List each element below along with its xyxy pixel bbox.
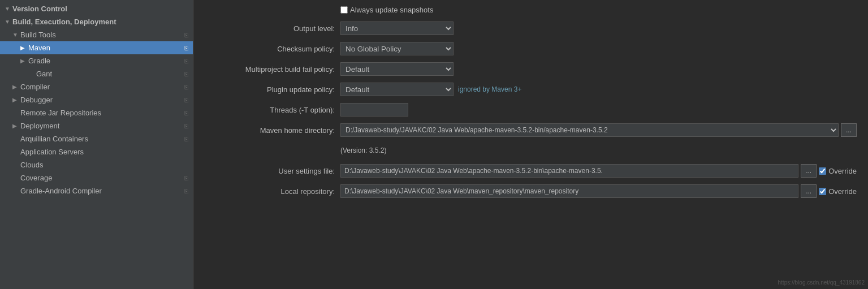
arrow-icon: ▶ (20, 58, 28, 64)
maven-version-row: (Version: 3.5.2) (205, 143, 857, 158)
sidebar-item-maven[interactable]: ▶ Maven ⎘ (0, 41, 193, 54)
user-settings-browse-button[interactable]: ... (801, 164, 817, 178)
local-repo-label: Local repository: (205, 187, 340, 196)
sidebar-item-label: Clouds (20, 161, 43, 169)
sidebar-item-clouds[interactable]: Clouds (0, 158, 193, 171)
local-repo-browse-button[interactable]: ... (801, 184, 817, 198)
watermark: https://blog.csdn.net/qq_43191862 (778, 279, 865, 286)
arrow-icon: ▼ (5, 19, 12, 25)
maven-version-note: (Version: 3.5.2) (340, 146, 386, 154)
plugin-update-select[interactable]: Default Force Suppress (340, 83, 454, 96)
output-level-row: Output level: Info Debug Quiet (205, 21, 857, 36)
sidebar-item-label: Gant (36, 70, 52, 78)
sidebar-item-label: Coverage (20, 174, 52, 182)
sidebar-item-label: Build, Execution, Deployment (12, 18, 116, 26)
multiproject-build-label: Multiproject build fail policy: (205, 65, 340, 74)
local-repo-control: D:\Javaweb-study\JAVAKC\02 Java Web\mave… (340, 184, 857, 198)
threads-row: Threads (-T option): (205, 102, 857, 117)
maven-home-control: D:/Javaweb-study/JAVAKC/02 Java Web/apac… (340, 123, 857, 137)
sidebar-item-label: Gradle (28, 57, 50, 65)
local-repo-override-checkbox[interactable] (819, 188, 826, 195)
arrow-icon: ▶ (20, 45, 28, 51)
user-settings-override-label[interactable]: Override (819, 167, 857, 175)
always-update-snapshots-label[interactable]: Always update snapshots (340, 6, 433, 14)
user-settings-path[interactable]: D:\Javaweb-study\JAVAKC\02 Java Web\apac… (340, 164, 798, 178)
local-repo-path[interactable]: D:\Javaweb-study\JAVAKC\02 Java Web\mave… (340, 184, 798, 198)
plugin-update-row: Plugin update policy: Default Force Supp… (205, 82, 857, 97)
sidebar-item-compiler[interactable]: ▶ Compiler ⎘ (0, 80, 193, 93)
checksum-policy-label: Checksum policy: (205, 45, 340, 53)
sidebar: ▼ Version Control ▼ Build, Execution, De… (0, 0, 193, 289)
sidebar-item-label: Version Control (12, 5, 67, 13)
copy-icon: ⎘ (184, 188, 188, 195)
sidebar-item-arquillian-containers[interactable]: Arquillian Containers ⎘ (0, 132, 193, 145)
plugin-update-note: ignored by Maven 3+ (458, 85, 521, 93)
version-note-control: (Version: 3.5.2) (340, 146, 857, 154)
sidebar-item-remote-jar-repositories[interactable]: Remote Jar Repositories ⎘ (0, 106, 193, 119)
arrow-icon: ▶ (12, 84, 20, 90)
user-settings-override-checkbox[interactable] (819, 167, 826, 175)
arrow-icon: ▶ (12, 123, 20, 129)
sidebar-item-label: Gradle-Android Compiler (20, 187, 102, 195)
threads-input[interactable] (340, 103, 408, 117)
sidebar-item-label: Build Tools (20, 31, 56, 39)
copy-icon: ⎘ (184, 110, 188, 117)
sidebar-item-label: Remote Jar Repositories (20, 109, 101, 117)
checksum-policy-control: No Global Policy Warn Fail Ignore (340, 42, 857, 55)
sidebar-item-label: Application Servers (20, 148, 84, 156)
local-repo-override-text: Override (828, 187, 857, 196)
sidebar-item-label: Debugger (20, 96, 53, 104)
local-repo-override-label[interactable]: Override (819, 187, 857, 196)
user-settings-row: User settings file: D:\Javaweb-study\JAV… (205, 163, 857, 178)
user-settings-override-text: Override (828, 167, 857, 175)
output-level-label: Output level: (205, 24, 340, 33)
sidebar-item-gradle-android-compiler[interactable]: Gradle-Android Compiler ⎘ (0, 184, 193, 197)
sidebar-item-build-execution-deployment[interactable]: ▼ Build, Execution, Deployment (0, 15, 193, 28)
copy-icon: ⎘ (184, 84, 188, 90)
local-repo-row: Local repository: D:\Javaweb-study\JAVAK… (205, 184, 857, 199)
checksum-policy-select[interactable]: No Global Policy Warn Fail Ignore (340, 42, 454, 55)
maven-home-select[interactable]: D:/Javaweb-study/JAVAKC/02 Java Web/apac… (340, 123, 839, 137)
output-level-control: Info Debug Quiet (340, 21, 857, 35)
maven-home-row: Maven home directory: D:/Javaweb-study/J… (205, 123, 857, 137)
copy-icon: ⎘ (184, 58, 188, 64)
arrow-icon: ▼ (12, 32, 20, 38)
sidebar-item-label: Compiler (20, 83, 50, 91)
user-settings-label: User settings file: (205, 167, 340, 175)
sidebar-item-label: Arquillian Containers (20, 135, 88, 143)
checksum-policy-row: Checksum policy: No Global Policy Warn F… (205, 41, 857, 56)
threads-label: Threads (-T option): (205, 106, 340, 114)
plugin-update-control: Default Force Suppress ignored by Maven … (340, 83, 857, 96)
main-content: Always update snapshots Output level: In… (193, 0, 868, 289)
plugin-update-label: Plugin update policy: (205, 85, 340, 94)
copy-icon: ⎘ (184, 175, 188, 182)
user-settings-control: D:\Javaweb-study\JAVAKC\02 Java Web\apac… (340, 164, 857, 178)
sidebar-item-deployment[interactable]: ▶ Deployment ⎘ (0, 119, 193, 132)
snapshot-control: Always update snapshots (340, 6, 857, 14)
sidebar-item-gradle[interactable]: ▶ Gradle ⎘ (0, 54, 193, 67)
copy-icon: ⎘ (184, 136, 188, 143)
sidebar-item-build-tools[interactable]: ▼ Build Tools ⎘ (0, 28, 193, 41)
sidebar-item-version-control[interactable]: ▼ Version Control (0, 2, 193, 15)
sidebar-item-application-servers[interactable]: Application Servers (0, 145, 193, 158)
copy-icon: ⎘ (184, 123, 188, 130)
maven-home-label: Maven home directory: (205, 126, 340, 135)
multiproject-build-select[interactable]: Default Continue Fail At End Fail Fast (340, 62, 454, 76)
output-level-select[interactable]: Info Debug Quiet (340, 21, 454, 35)
copy-icon: ⎘ (184, 97, 188, 103)
arrow-icon: ▶ (12, 97, 20, 103)
multiproject-build-control: Default Continue Fail At End Fail Fast (340, 62, 857, 76)
sidebar-item-gant[interactable]: Gant ⎘ (0, 67, 193, 80)
always-update-snapshots-checkbox[interactable] (340, 6, 348, 14)
copy-icon: ⎘ (184, 71, 188, 77)
maven-home-browse-button[interactable]: ... (841, 123, 857, 137)
sidebar-item-debugger[interactable]: ▶ Debugger ⎘ (0, 93, 193, 106)
arrow-icon: ▼ (5, 6, 12, 12)
always-update-snapshots-text: Always update snapshots (350, 6, 433, 14)
sidebar-item-label: Deployment (20, 122, 59, 130)
threads-control (340, 103, 857, 117)
copy-icon: ⎘ (184, 32, 188, 38)
sidebar-item-coverage[interactable]: Coverage ⎘ (0, 171, 193, 184)
multiproject-build-row: Multiproject build fail policy: Default … (205, 62, 857, 76)
sidebar-item-label: Maven (28, 44, 50, 52)
